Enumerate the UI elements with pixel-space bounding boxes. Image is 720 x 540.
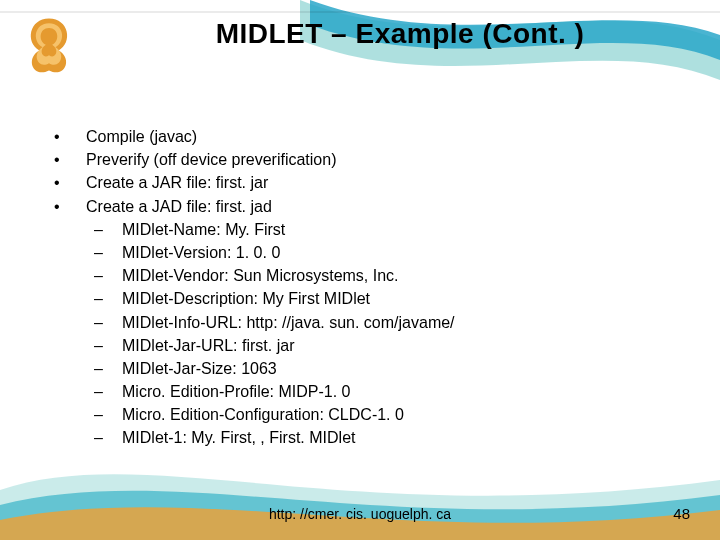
bullet-item: • Create a JAD file: first. jad: [50, 195, 660, 218]
content-area: • Compile (javac) • Preverify (off devic…: [50, 125, 660, 450]
indent: [50, 426, 94, 449]
indent: [50, 241, 94, 264]
bullet-char: •: [50, 148, 86, 171]
sub-item: – MIDlet-Vendor: Sun Microsystems, Inc.: [50, 264, 660, 287]
sub-text: MIDlet-Jar-URL: first. jar: [122, 334, 660, 357]
sub-item: – MIDlet-1: My. First, , First. MIDlet: [50, 426, 660, 449]
footer-url: http: //cmer. cis. uoguelph. ca: [0, 506, 720, 522]
sub-item: – MIDlet-Jar-Size: 1063: [50, 357, 660, 380]
sub-item: – Micro. Edition-Profile: MIDP-1. 0: [50, 380, 660, 403]
dash-char: –: [94, 357, 122, 380]
bullet-char: •: [50, 195, 86, 218]
sub-text: MIDlet-Jar-Size: 1063: [122, 357, 660, 380]
indent: [50, 311, 94, 334]
sub-text: MIDlet-Info-URL: http: //java. sun. com/…: [122, 311, 660, 334]
bullet-char: •: [50, 171, 86, 194]
sub-text: MIDlet-Version: 1. 0. 0: [122, 241, 660, 264]
bullet-text: Create a JAD file: first. jad: [86, 195, 660, 218]
dash-char: –: [94, 380, 122, 403]
sub-text: Micro. Edition-Configuration: CLDC-1. 0: [122, 403, 660, 426]
dash-char: –: [94, 426, 122, 449]
indent: [50, 380, 94, 403]
indent: [50, 218, 94, 241]
sub-item: – MIDlet-Version: 1. 0. 0: [50, 241, 660, 264]
dash-char: –: [94, 264, 122, 287]
dash-char: –: [94, 403, 122, 426]
sub-text: Micro. Edition-Profile: MIDP-1. 0: [122, 380, 660, 403]
slide: MIDLET – Example (Cont. ) • Compile (jav…: [0, 0, 720, 540]
indent: [50, 357, 94, 380]
sub-item: – MIDlet-Description: My First MIDlet: [50, 287, 660, 310]
bullet-item: • Create a JAR file: first. jar: [50, 171, 660, 194]
sub-item: – MIDlet-Info-URL: http: //java. sun. co…: [50, 311, 660, 334]
bullet-text: Create a JAR file: first. jar: [86, 171, 660, 194]
sub-item: – MIDlet-Jar-URL: first. jar: [50, 334, 660, 357]
dash-char: –: [94, 218, 122, 241]
dash-char: –: [94, 287, 122, 310]
sub-item: – Micro. Edition-Configuration: CLDC-1. …: [50, 403, 660, 426]
indent: [50, 287, 94, 310]
sub-item: – MIDlet-Name: My. First: [50, 218, 660, 241]
sub-text: MIDlet-Vendor: Sun Microsystems, Inc.: [122, 264, 660, 287]
logo-icon: [4, 4, 94, 84]
indent: [50, 264, 94, 287]
sub-text: MIDlet-Description: My First MIDlet: [122, 287, 660, 310]
indent: [50, 334, 94, 357]
slide-title: MIDLET – Example (Cont. ): [120, 18, 680, 50]
bullet-text: Preverify (off device preverification): [86, 148, 660, 171]
dash-char: –: [94, 334, 122, 357]
bullet-item: • Preverify (off device preverification): [50, 148, 660, 171]
dash-char: –: [94, 311, 122, 334]
sub-text: MIDlet-Name: My. First: [122, 218, 660, 241]
page-number: 48: [673, 505, 690, 522]
dash-char: –: [94, 241, 122, 264]
bullet-text: Compile (javac): [86, 125, 660, 148]
bullet-char: •: [50, 125, 86, 148]
bullet-item: • Compile (javac): [50, 125, 660, 148]
indent: [50, 403, 94, 426]
sub-text: MIDlet-1: My. First, , First. MIDlet: [122, 426, 660, 449]
